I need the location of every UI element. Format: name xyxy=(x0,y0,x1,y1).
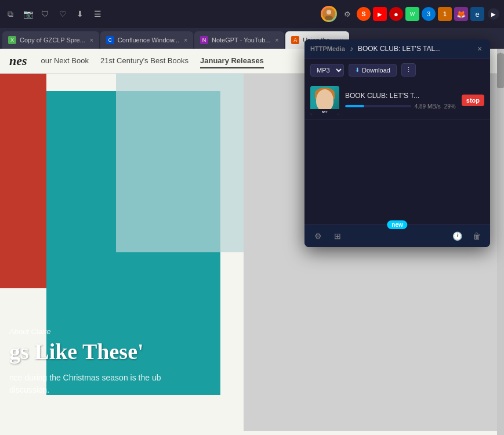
svg-point-1 xyxy=(327,10,331,14)
reddit-ext-icon[interactable]: ● xyxy=(389,7,403,21)
download-button[interactable]: ⬇ Download xyxy=(349,64,397,77)
popup-header: HTTPMedia ♪ BOOK CLUB: LET'S TAL... × xyxy=(304,39,490,59)
camera-icon[interactable]: 📷 xyxy=(22,8,34,20)
tab-label-confluence: Confluence Window... xyxy=(118,37,179,44)
tab-label-spreadsheet: Copy of GZCLP Spre... xyxy=(20,37,85,44)
user-avatar[interactable] xyxy=(321,6,337,22)
footer-icons-right: 🕐 🗑 xyxy=(451,230,483,242)
more-options-button[interactable]: ⋮ xyxy=(401,63,416,77)
footer-icons-left: ⚙ ⊞ xyxy=(311,230,344,242)
music-icon: ♪ xyxy=(350,45,353,53)
download-popup: HTTPMedia ♪ BOOK CLUB: LET'S TAL... × MP… xyxy=(304,39,490,247)
extension-icons: ⚙ S ▶ ● W 3 1 🦊 e xyxy=(340,7,484,21)
progress-bar-bg xyxy=(345,105,411,107)
tab-close-notegpt[interactable]: × xyxy=(275,37,279,44)
item-thumbnail: NYT xyxy=(310,86,339,115)
book-light xyxy=(116,74,244,252)
tab-notegpt[interactable]: N NoteGPT - YouTub... × xyxy=(194,31,284,49)
popup-controls: MP3 MP4 WAV ⬇ Download ⋮ xyxy=(304,59,490,81)
progress-bar-fill xyxy=(345,105,364,107)
heart-icon[interactable]: ♡ xyxy=(57,8,68,20)
hero-text: About Claire gs Like These' nce during t… xyxy=(9,327,195,396)
popup-close-button[interactable]: × xyxy=(475,44,484,53)
tab-label-notegpt: NoteGPT - YouTub... xyxy=(212,37,271,44)
browser-toolbar-left: ⧉ 📷 🛡 ♡ ⬇ ☰ xyxy=(5,8,317,20)
item-title: BOOK CLUB: LET'S T... xyxy=(345,92,456,100)
scroll-right-btn[interactable]: ▶ xyxy=(488,8,499,20)
browser-toolbar: ⧉ 📷 🛡 ♡ ⬇ ☰ ⚙ S ▶ ● W 3 1 🦊 e ▶ xyxy=(0,0,504,28)
tab-favicon-active: A xyxy=(291,36,299,44)
hero-description: nce during the Christmas season is the u… xyxy=(9,372,195,396)
scribd-ext-icon[interactable]: S xyxy=(357,7,371,21)
history-footer-icon[interactable]: 🕐 xyxy=(451,230,463,242)
svg-point-2 xyxy=(325,16,333,20)
book-red xyxy=(0,74,46,288)
num-ext-icon[interactable]: 3 xyxy=(422,7,436,21)
tab-spreadsheet[interactable]: X Copy of GZCLP Spre... × xyxy=(2,31,99,49)
download-btn-icon: ⬇ xyxy=(355,67,360,73)
thumb-bg: NYT xyxy=(310,86,339,115)
new-badge: new xyxy=(387,220,407,229)
panel-footer-icon[interactable]: ⊞ xyxy=(331,230,344,242)
foxclocks-ext-icon[interactable]: 🦊 xyxy=(454,7,468,21)
nav-link-best-books[interactable]: 21st Century's Best Books xyxy=(100,54,188,68)
tab-favicon-spreadsheet: X xyxy=(8,36,16,44)
thumb-nyt-text: NYT xyxy=(322,110,328,114)
scrollbar-track[interactable]: ▲ xyxy=(497,49,504,435)
tab-favicon-confluence: C xyxy=(106,36,114,44)
thumb-nyt-strip: NYT xyxy=(310,109,339,115)
thumb-face xyxy=(316,89,333,111)
nav-link-january[interactable]: January Releases xyxy=(200,54,264,68)
nav-link-next-book[interactable]: our Next Book xyxy=(41,54,89,68)
format-select[interactable]: MP3 MP4 WAV xyxy=(310,64,344,77)
popup-title: BOOK CLUB: LET'S TAL... xyxy=(358,45,470,53)
item-speed: 4.89 MB/s xyxy=(415,103,441,110)
site-title: nes xyxy=(9,53,27,68)
trash-footer-icon[interactable]: 🗑 xyxy=(470,230,483,242)
stop-button[interactable]: stop xyxy=(462,95,484,106)
tab-close-spreadsheet[interactable]: × xyxy=(90,37,93,44)
tab-confluence[interactable]: C Confluence Window... × xyxy=(100,31,193,49)
item-info: BOOK CLUB: LET'S T... 4.89 MB/s 29% xyxy=(345,92,456,110)
hero-title: gs Like These' xyxy=(9,339,195,365)
popup-footer: ⚙ ⊞ new 🕐 🗑 xyxy=(304,224,490,247)
download-item: NYT BOOK CLUB: LET'S T... 4.89 MB/s 29% … xyxy=(304,81,490,120)
settings-footer-icon[interactable]: ⚙ xyxy=(311,230,324,242)
scrollbar-thumb[interactable] xyxy=(497,53,504,88)
popup-empty-area xyxy=(304,120,490,224)
settings-ext-icon[interactable]: ⚙ xyxy=(340,7,354,21)
item-progress-row: 4.89 MB/s 29% xyxy=(345,103,456,110)
popup-source: HTTPMedia xyxy=(310,45,345,52)
nav-links: our Next Book 21st Century's Best Books … xyxy=(41,54,264,68)
tab-favicon-notegpt: N xyxy=(200,36,208,44)
onepassword-ext-icon[interactable]: 1 xyxy=(438,7,452,21)
tab-groups-icon[interactable]: ⧉ xyxy=(5,8,16,20)
shield-icon[interactable]: 🛡 xyxy=(39,8,51,20)
youtube-ext-icon[interactable]: ▶ xyxy=(373,7,387,21)
hero-subtitle: About Claire xyxy=(9,327,195,336)
download-icon[interactable]: ⬇ xyxy=(74,8,86,20)
edge-ext-icon[interactable]: e xyxy=(470,7,484,21)
menu-icon[interactable]: ☰ xyxy=(92,8,103,20)
tab-close-confluence[interactable]: × xyxy=(184,37,187,44)
whatsapp-ext-icon[interactable]: W xyxy=(405,7,419,21)
download-btn-label: Download xyxy=(362,67,390,74)
item-percent: 29% xyxy=(444,103,456,110)
